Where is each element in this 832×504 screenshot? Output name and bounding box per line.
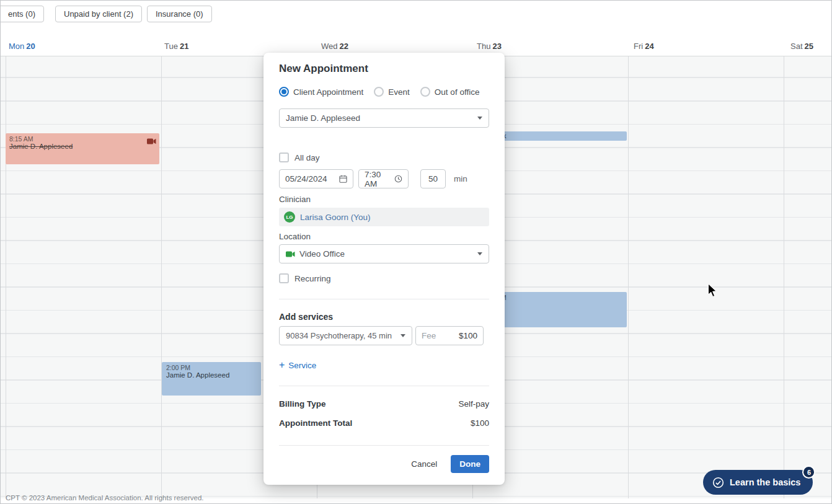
chevron-down-icon: [477, 252, 482, 255]
event-cancelled-appointment[interactable]: 8:15 AM Jamie D. Appleseed: [6, 133, 159, 164]
day-number: 21: [180, 42, 188, 51]
datetime-row: 05/24/2024 7:30 AM 50 min: [279, 169, 489, 188]
column-divider: [161, 56, 162, 498]
recurring-checkbox[interactable]: [279, 273, 289, 283]
day-name: Fri: [634, 42, 643, 51]
radio-label: Out of office: [435, 87, 480, 97]
add-services-heading: Add services: [279, 312, 489, 322]
fee-label: Fee: [422, 331, 436, 340]
client-select[interactable]: Jamie D. Appleseed: [279, 108, 489, 128]
video-camera-icon: [147, 136, 156, 147]
billing-type-label: Billing Type: [279, 399, 326, 409]
event-title: ck: [497, 301, 627, 309]
radio-unselected-icon[interactable]: [374, 87, 384, 97]
modal-title: New Appointment: [279, 63, 489, 75]
billing-type-row: Billing Type Self-pay: [279, 399, 489, 409]
tab-label: Insurance (0): [156, 9, 203, 19]
fee-input[interactable]: Fee $100: [415, 326, 484, 345]
cancel-button[interactable]: Cancel: [404, 455, 445, 473]
radio-label: Event: [388, 87, 410, 97]
day-number: 25: [805, 42, 813, 51]
service-select-value: 90834 Psychotherapy, 45 min: [286, 331, 392, 340]
event-busy-short[interactable]: ck: [489, 131, 627, 141]
duration-unit-label: min: [454, 174, 467, 183]
day-number: 23: [492, 42, 501, 51]
done-button[interactable]: Done: [451, 455, 489, 473]
date-input[interactable]: 05/24/2024: [279, 169, 353, 188]
day-header-tue-21[interactable]: Tue21: [164, 42, 188, 51]
all-day-label: All day: [294, 153, 320, 162]
tab-label: ents (0): [8, 9, 35, 19]
modal-footer: Cancel Done: [279, 454, 489, 474]
app-window: ents (0) Unpaid by client (2) Insurance …: [0, 0, 832, 504]
recurring-label: Recurring: [294, 274, 331, 283]
circle-check-icon: [712, 477, 724, 489]
recurring-row: Recurring: [279, 273, 489, 283]
appointment-total-label: Appointment Total: [279, 418, 352, 428]
chevron-down-icon: [477, 117, 482, 120]
clinician-label: Clinician: [279, 195, 489, 205]
chevron-down-icon: [401, 334, 405, 337]
day-name: Sat: [790, 42, 803, 51]
all-day-checkbox[interactable]: [279, 153, 289, 162]
client-select-value: Jamie D. Appleseed: [286, 113, 360, 123]
duration-input[interactable]: 50: [420, 169, 446, 188]
appointment-total-row: Appointment Total $100: [279, 418, 489, 428]
event-tuesday-appointment[interactable]: 2:00 PM Jamie D. Appleseed: [162, 362, 261, 396]
day-name: Wed: [321, 42, 338, 51]
plus-icon: +: [279, 361, 285, 369]
billing-type-value: Self-pay: [458, 399, 489, 409]
clinician-avatar: LG: [284, 211, 295, 223]
learn-label: Learn the basics: [730, 477, 800, 487]
event-busy-thursday[interactable]: PM ck: [489, 292, 627, 327]
day-header-sat-25[interactable]: Sat25: [790, 42, 813, 51]
clock-icon[interactable]: [394, 175, 402, 183]
start-time-input[interactable]: 7:30 AM: [358, 169, 409, 188]
day-header-mon-20[interactable]: Mon20: [9, 42, 35, 51]
location-select[interactable]: Video Office: [279, 244, 489, 263]
calendar-icon[interactable]: [339, 175, 347, 183]
tab-insurance[interactable]: Insurance (0): [147, 6, 212, 22]
day-name: Tue: [164, 42, 178, 51]
divider: [279, 299, 489, 299]
appointment-type-options: Client Appointment Event Out of office: [279, 86, 489, 97]
clinician-chip[interactable]: LG Larisa Goorn (You): [279, 208, 489, 226]
event-time: PM: [497, 294, 627, 301]
add-service-label: Service: [288, 361, 316, 370]
radio-unselected-icon[interactable]: [420, 87, 430, 97]
day-header-wed-22[interactable]: Wed22: [321, 42, 348, 51]
tab-label: Unpaid by client (2): [64, 9, 133, 19]
day-number: 20: [26, 42, 35, 51]
day-header-thu-23[interactable]: Thu23: [477, 42, 502, 51]
radio-client-appointment[interactable]: Client Appointment: [279, 87, 363, 97]
day-header-fri-24[interactable]: Fri24: [634, 42, 654, 51]
clinician-name: Larisa Goorn (You): [300, 213, 371, 222]
add-service-link[interactable]: + Service: [279, 360, 316, 370]
event-title: Jamie D. Appleseed: [9, 143, 156, 150]
tab-unpaid-by-client[interactable]: Unpaid by client (2): [55, 6, 142, 22]
day-number: 22: [340, 42, 348, 51]
service-select[interactable]: 90834 Psychotherapy, 45 min: [279, 326, 412, 345]
appointment-total-value: $100: [471, 418, 489, 428]
duration-value: 50: [428, 174, 438, 183]
location-label: Location: [279, 232, 489, 242]
tab-appointments[interactable]: ents (0): [0, 6, 44, 22]
fee-value: $100: [459, 331, 477, 340]
cpt-copyright-note: CPT © 2023 American Medical Association.…: [6, 494, 204, 502]
radio-selected-icon[interactable]: [279, 87, 289, 97]
day-number: 24: [645, 42, 653, 51]
learn-the-basics-button[interactable]: Learn the basics 6: [703, 470, 813, 495]
all-day-row: All day: [279, 153, 489, 162]
divider: [279, 386, 489, 386]
video-office-icon: [286, 251, 295, 257]
event-time: 8:15 AM: [9, 135, 156, 143]
day-name: Thu: [477, 42, 490, 51]
event-time: 2:00 PM: [166, 364, 257, 371]
radio-event[interactable]: Event: [374, 87, 410, 97]
divider: [279, 445, 489, 446]
column-divider: [6, 56, 6, 498]
day-name: Mon: [9, 42, 24, 51]
radio-out-of-office[interactable]: Out of office: [420, 87, 480, 97]
new-appointment-modal: New Appointment Client Appointment Event…: [263, 53, 505, 485]
service-row: 90834 Psychotherapy, 45 min Fee $100: [279, 326, 489, 345]
